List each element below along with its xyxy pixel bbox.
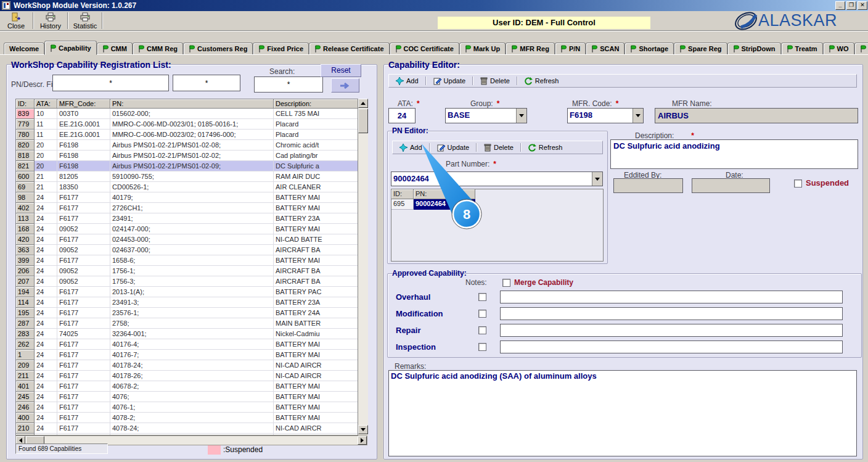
pn-column-header-id[interactable]: ID:	[391, 189, 414, 199]
dropdown-button[interactable]	[516, 109, 526, 123]
table-row[interactable]: 246 24 F6177 4076-1; BATTERY MAI	[16, 402, 367, 413]
table-row[interactable]: 779 11 EE.21G.0001 MMRO-C-006-MD-0023/01…	[16, 119, 367, 130]
tab[interactable]: P/N	[555, 43, 586, 54]
minimize-button[interactable]: _	[835, 1, 845, 10]
tab[interactable]: WO	[823, 43, 854, 54]
capability-notes-input[interactable]	[500, 291, 843, 303]
column-header-id[interactable]: ID:	[16, 99, 35, 109]
table-row[interactable]: 206 24 09052 1756-1; AIRCRAFT BA	[16, 266, 367, 276]
table-row[interactable]: 821 20 F6198 Airbus PMS01-02-21/PMS01-02…	[16, 161, 367, 171]
capability-notes-input[interactable]	[500, 307, 843, 320]
pn-filter-input-2[interactable]	[173, 75, 240, 91]
table-row[interactable]: 399 24 F6177 1658-6; BATTERY MAI	[16, 255, 367, 266]
pn-update-button[interactable]: Update	[433, 143, 473, 152]
pn-column-header-pn[interactable]: PN:	[414, 189, 475, 199]
statistic-button[interactable]: Statistic	[69, 11, 101, 30]
tab[interactable]: CMM	[97, 43, 133, 54]
merge-capability-checkbox[interactable]	[502, 279, 510, 287]
table-row[interactable]: 194 24 F6177 2013-1(A); BATTERY PAC	[16, 287, 367, 297]
capability-notes-input[interactable]	[500, 324, 843, 337]
close-window-button[interactable]: ✕	[858, 1, 867, 10]
tab[interactable]: StripDown	[727, 43, 781, 54]
table-vertical-scrollbar[interactable]	[358, 99, 368, 435]
table-row[interactable]: 210 24 F6177 4078-24; NI-CAD AIRCR	[16, 423, 367, 434]
table-row[interactable]: 818 20 F6198 Airbus PMS01-02-21/PMS01-02…	[16, 151, 367, 161]
mfr-code-select[interactable]: F6198	[567, 108, 644, 123]
part-number-select[interactable]: 90002464	[391, 171, 603, 186]
tab[interactable]: Capability	[44, 41, 97, 55]
table-row[interactable]: 420 24 F6177 024453-000; NI-CAD BATTE	[16, 234, 367, 245]
table-row[interactable]: 168 24 09052 024147-000; BATTERY MAI	[16, 224, 367, 234]
editor-delete-button[interactable]: Delete	[476, 76, 514, 86]
pn-grid-row[interactable]: 695 90002464	[391, 199, 603, 210]
table-row[interactable]: 287 24 F6177 2758; MAIN BATTER	[16, 318, 367, 329]
column-header-pn[interactable]: PN:	[110, 99, 274, 109]
pn-add-button[interactable]: Add	[395, 143, 427, 152]
tab[interactable]: Treatm	[781, 43, 823, 54]
column-header-description[interactable]: Description:	[274, 99, 358, 109]
tab[interactable]: Release Certificate	[309, 43, 389, 54]
tab[interactable]: Shortage	[624, 43, 674, 54]
tab[interactable]: Customers Reg	[183, 43, 253, 54]
table-row[interactable]: 401 24 F6177 40678-2; BATTERY MAI	[16, 381, 367, 392]
scroll-down-button[interactable]	[358, 425, 368, 434]
table-row[interactable]: 98 24 F6177 40179; BATTERY MAI	[16, 192, 367, 203]
tab[interactable]: MFR Reg	[506, 43, 555, 54]
restore-button[interactable]: ❐	[846, 1, 856, 10]
table-row[interactable]: 839 10 003T0 015602-000; CELL 735 MAI	[16, 109, 367, 119]
table-row[interactable]: 402 24 F6177 2726CH1; BATTERY MAI	[16, 203, 367, 213]
suspended-checkbox[interactable]	[794, 179, 802, 188]
table-row[interactable]: 363 24 09052 024637-000; AIRCRAFT BA	[16, 245, 367, 255]
description-field[interactable]: DC Sulpfuric acid anodizing	[610, 139, 858, 169]
history-button[interactable]: History	[35, 11, 67, 30]
editor-refresh-button[interactable]: Refresh	[520, 76, 563, 86]
tab[interactable]: CMM Reg	[133, 43, 183, 54]
pn-filter-input-1[interactable]	[52, 75, 169, 91]
tab[interactable]: Fixed Price	[253, 43, 309, 54]
table-row[interactable]: 114 24 F6177 23491-3; BATTERY 23A	[16, 297, 367, 308]
table-row[interactable]: 400 24 F6177 4078-2; BATTERY MAI	[16, 413, 367, 423]
column-header-ata[interactable]: ATA:	[35, 99, 57, 109]
tab[interactable]: COC Certificate	[390, 43, 459, 54]
tab[interactable]: Spare Reg	[674, 43, 727, 54]
table-row[interactable]: 780 11 EE.21G.0001 MMRO-C-006-MD-0023/02…	[16, 130, 367, 140]
capability-checkbox[interactable]	[478, 293, 486, 301]
tab[interactable]: Mark Up	[459, 43, 506, 54]
scroll-right-button[interactable]	[358, 436, 367, 445]
capability-checkbox[interactable]	[478, 343, 486, 351]
close-button[interactable]: Close	[0, 11, 32, 30]
table-row[interactable]: 262 24 F6177 40176-4; BATTERY MAI	[16, 339, 367, 350]
search-go-button[interactable]	[331, 78, 359, 93]
reset-button[interactable]: Reset	[321, 64, 361, 77]
table-row[interactable]: 211 24 F6177 40178-26; NI-CAD AIRCR	[16, 371, 367, 381]
pn-delete-button[interactable]: Delete	[480, 143, 518, 152]
capability-checkbox[interactable]	[478, 326, 486, 334]
search-input[interactable]	[254, 76, 323, 93]
vertical-scroll-thumb[interactable]	[358, 109, 368, 133]
editor-add-button[interactable]: Add	[391, 76, 423, 86]
column-header-mfr-code[interactable]: MFR_Code:	[57, 99, 110, 109]
table-row[interactable]: 69 21 18350 CD00526-1; AIR CLEANER	[16, 182, 367, 192]
remarks-field[interactable]: DC Sulpfuric acid anodizing (SAA) of alu…	[388, 370, 857, 456]
tab[interactable]: Welcome	[4, 43, 44, 54]
table-row[interactable]: 113 24 F6177 23491; BATTERY 23A	[16, 213, 367, 224]
scroll-up-button[interactable]	[358, 99, 368, 108]
table-row[interactable]: 600 21 81205 5910090-755; RAM AIR DUC	[16, 171, 367, 182]
table-row[interactable]: 1 24 F6177 40176-7; BATTERY MAI	[16, 350, 367, 360]
table-row[interactable]: 245 24 F6177 4076; BATTERY MAI	[16, 392, 367, 402]
capability-checkbox[interactable]	[478, 310, 486, 318]
table-row[interactable]: 195 24 F6177 23576-1; BATTERY 24A	[16, 308, 367, 318]
dropdown-button[interactable]	[633, 109, 643, 123]
dropdown-button[interactable]	[592, 172, 602, 186]
table-row[interactable]: 283 24 74025 32364-001; Nickel-Cadmiu	[16, 329, 367, 339]
table-row[interactable]: 209 24 F6177 40178-24; NI-CAD AIRCR	[16, 360, 367, 371]
group-select[interactable]: BASE	[445, 108, 527, 123]
editor-update-button[interactable]: Update	[429, 76, 470, 86]
ata-input[interactable]: 24	[388, 108, 416, 123]
capability-notes-input[interactable]	[500, 340, 843, 353]
tab[interactable]: WO Completion	[854, 43, 868, 54]
pn-refresh-button[interactable]: Refresh	[524, 143, 567, 152]
table-row[interactable]: 820 20 F6198 Airbus PMS01-02-21/PMS01-02…	[16, 140, 367, 151]
table-row[interactable]: 207 24 09052 1756-3; AIRCRAFT BA	[16, 276, 367, 287]
tab[interactable]: SCAN	[586, 43, 624, 54]
